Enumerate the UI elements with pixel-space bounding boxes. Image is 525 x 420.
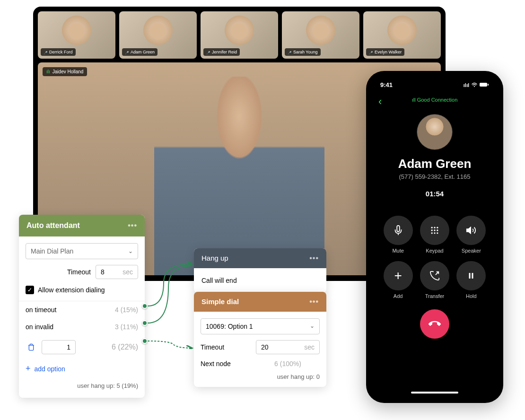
option-number-input[interactable]: 1	[42, 340, 76, 354]
battery-icon	[480, 82, 489, 88]
connector-node-icon[interactable]	[142, 303, 148, 309]
participant-thumbnails: Derrick Ford Adam Green Jennifer Reid Sa…	[38, 11, 441, 59]
connection-status: ıll Good Connection	[372, 97, 498, 103]
status-time: 9:41	[380, 81, 393, 88]
svg-point-4	[434, 227, 435, 228]
svg-rect-14	[469, 273, 471, 279]
svg-rect-15	[472, 273, 473, 279]
hold-button[interactable]: Hold	[456, 261, 486, 299]
svg-rect-1	[480, 83, 487, 87]
svg-point-9	[431, 232, 432, 234]
main-speaker-name-tag: ılı Jaidev Holland	[43, 67, 87, 76]
chevron-down-icon: ⌄	[310, 323, 315, 330]
add-option-label: add option	[35, 365, 65, 373]
participant-name-tag: Evelyn Walker	[366, 48, 404, 56]
simple-dial-footer: user hang up: 0	[201, 373, 320, 380]
participant-thumb[interactable]: Jennifer Reid	[201, 11, 278, 59]
mic-icon	[125, 50, 129, 54]
phone-screen: 9:41 ılıl ‹ ıll Good Connection Adam Gre…	[372, 77, 498, 397]
status-bar: 9:41 ılıl	[372, 77, 498, 90]
mic-icon	[44, 50, 47, 54]
timeout-unit: sec	[304, 343, 315, 351]
participant-name: Jennifer Reid	[212, 50, 237, 54]
hangup-card: Hang up ••• Call will end	[194, 248, 326, 293]
mic-icon	[206, 50, 210, 54]
delete-option-button[interactable]	[26, 341, 37, 353]
svg-point-10	[434, 232, 435, 234]
participant-name-tag: Jennifer Reid	[203, 48, 240, 56]
next-node-label: Next node	[201, 360, 231, 368]
option-stat: 4 (15%)	[115, 306, 138, 314]
svg-rect-2	[488, 84, 489, 86]
next-node-stat: 6 (100%)	[256, 360, 320, 368]
option-stat: 6 (22%)	[112, 343, 138, 351]
transfer-icon	[429, 271, 440, 281]
timeout-input[interactable]: 8 sec	[96, 265, 138, 279]
participant-thumb[interactable]: Sarah Young	[282, 11, 359, 59]
connector-node-icon[interactable]	[142, 338, 148, 344]
caller-number: (577) 559-2382, Ext. 1165	[372, 173, 498, 180]
back-button[interactable]: ‹	[378, 96, 382, 108]
plus-icon: +	[394, 268, 402, 283]
svg-point-7	[434, 229, 435, 231]
hangup-header: Hang up •••	[194, 248, 326, 268]
wifi-icon	[471, 82, 478, 88]
speaker-button[interactable]: Speaker	[456, 216, 486, 254]
timeout-label: Timeout	[201, 343, 224, 351]
trash-icon	[27, 343, 35, 351]
option-label: on timeout	[26, 306, 56, 314]
simple-dial-header: Simple dial •••	[194, 292, 326, 312]
more-icon[interactable]: •••	[309, 254, 319, 262]
signal-icon: ıll	[412, 97, 417, 103]
phone-hangup-icon	[429, 318, 441, 330]
more-icon[interactable]: •••	[309, 298, 319, 306]
participant-name: Evelyn Walker	[375, 50, 402, 54]
timeout-unit: sec	[122, 268, 133, 276]
keypad-button[interactable]: Keypad	[420, 216, 449, 254]
timeout-value: 8	[101, 268, 105, 276]
simple-dial-option: 10069: Option 1	[206, 323, 253, 330]
participant-name: Adam Green	[131, 50, 155, 54]
add-button[interactable]: + Add	[384, 261, 413, 299]
svg-point-5	[437, 227, 438, 228]
participant-thumb[interactable]: Evelyn Walker	[363, 11, 441, 59]
dial-plan-select[interactable]: Main Dial Plan ⌄	[26, 243, 138, 259]
simple-dial-card: Simple dial ••• 10069: Option 1 ⌄ Timeou…	[194, 292, 326, 387]
transfer-button[interactable]: Transfer	[420, 261, 449, 299]
mic-icon	[393, 225, 403, 236]
timeout-value: 20	[261, 343, 269, 351]
phone-mockup: 9:41 ılıl ‹ ıll Good Connection Adam Gre…	[366, 71, 503, 403]
connector-node-icon[interactable]	[142, 320, 148, 326]
option-stat: 3 (11%)	[115, 323, 138, 331]
caller-name: Adam Green	[372, 157, 498, 171]
participant-thumb[interactable]: Adam Green	[119, 11, 197, 59]
more-icon[interactable]: •••	[128, 221, 137, 230]
home-indicator[interactable]	[411, 392, 458, 394]
hangup-title: Hang up	[201, 254, 228, 262]
mic-icon	[369, 50, 373, 54]
add-option-button[interactable]: + add option	[26, 359, 138, 378]
timeout-label: Timeout	[67, 268, 91, 276]
auto-attendant-title: Auto attendant	[26, 221, 80, 230]
call-timer: 01:54	[372, 190, 498, 198]
mute-button[interactable]: Mute	[384, 216, 413, 254]
plus-icon: +	[26, 364, 31, 374]
chevron-down-icon: ⌄	[128, 248, 133, 254]
mic-icon	[288, 50, 291, 54]
simple-dial-select[interactable]: 10069: Option 1 ⌄	[201, 318, 320, 334]
pause-icon	[467, 271, 475, 280]
allow-extension-checkbox[interactable]: ✓	[26, 286, 34, 294]
participant-thumb[interactable]: Derrick Ford	[38, 11, 115, 59]
speaker-icon	[466, 225, 476, 236]
auto-attendant-footer: user hang up: 5 (19%)	[26, 378, 138, 391]
svg-point-11	[437, 232, 438, 234]
participant-name-tag: Adam Green	[122, 48, 158, 56]
svg-point-3	[431, 227, 432, 228]
hangup-button[interactable]	[420, 309, 449, 339]
allow-extension-label: Allow extension dialing	[38, 286, 105, 294]
participant-name-tag: Sarah Young	[285, 48, 321, 56]
call-controls: Mute Keypad Speaker + Add Transfer Hold	[372, 198, 498, 299]
participant-name: Sarah Young	[293, 50, 318, 54]
simple-dial-title: Simple dial	[201, 298, 239, 306]
timeout-input[interactable]: 20 sec	[256, 340, 320, 354]
